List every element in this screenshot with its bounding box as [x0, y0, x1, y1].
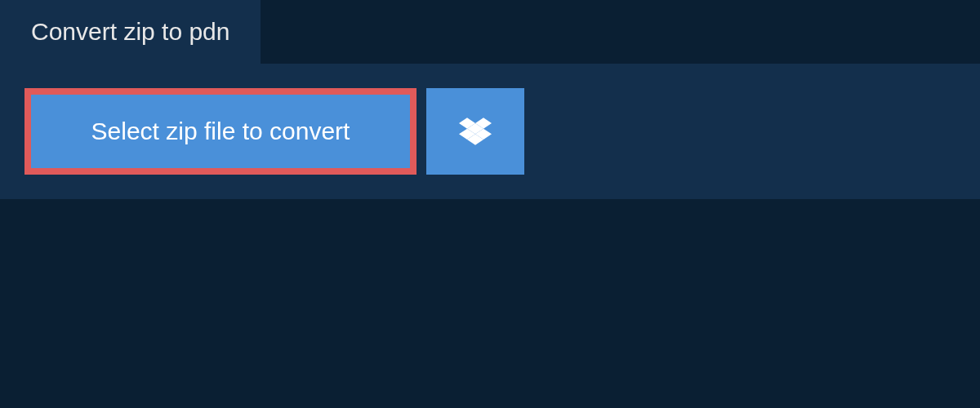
dropbox-icon	[459, 115, 492, 148]
upload-panel: Select zip file to convert	[0, 64, 980, 199]
select-file-button-label: Select zip file to convert	[91, 118, 350, 145]
tab-convert[interactable]: Convert zip to pdn	[0, 0, 261, 64]
select-file-button[interactable]: Select zip file to convert	[24, 88, 416, 175]
tab-bar: Convert zip to pdn	[0, 0, 980, 64]
dropbox-upload-button[interactable]	[426, 88, 524, 175]
tab-label: Convert zip to pdn	[31, 18, 229, 45]
